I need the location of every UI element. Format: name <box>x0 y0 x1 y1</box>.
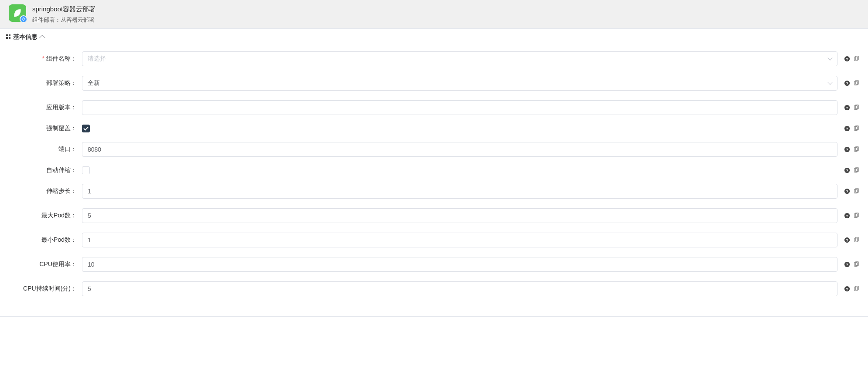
copy-icon[interactable] <box>853 213 859 219</box>
header-text: springboot容器云部署 组件部署：从容器云部署 <box>32 4 95 24</box>
row-cpu-duration: CPU持续时间(分)： ? <box>9 281 859 296</box>
svg-rect-3 <box>9 37 10 39</box>
checkbox-auto-scale[interactable] <box>82 166 90 174</box>
row-port: 端口： ? <box>9 142 859 157</box>
label-max-pod: 最大Pod数： <box>9 212 82 220</box>
label-cpu-duration: CPU持续时间(分)： <box>9 285 82 293</box>
copy-icon[interactable] <box>853 237 859 244</box>
copy-icon[interactable] <box>853 261 859 268</box>
help-icon[interactable]: ? <box>844 237 850 244</box>
chevron-down-icon <box>827 55 832 60</box>
input-scale-step-wrapper <box>82 184 837 199</box>
row-auto-scale: 自动伸缩： ? <box>9 166 859 174</box>
input-cpu-usage-wrapper <box>82 257 837 272</box>
help-icon[interactable]: ? <box>844 146 850 153</box>
help-icon[interactable]: ? <box>844 188 850 195</box>
grip-icon <box>6 34 10 40</box>
help-icon[interactable]: ? <box>844 167 850 174</box>
row-force-override: 强制覆盖： ? <box>9 125 859 132</box>
svg-text:?: ? <box>846 57 848 61</box>
label-force-override: 强制覆盖： <box>9 125 82 132</box>
svg-text:?: ? <box>846 213 848 218</box>
svg-text:?: ? <box>846 238 848 243</box>
copy-icon[interactable] <box>853 105 859 111</box>
label-app-version: 应用版本： <box>9 104 82 112</box>
input-min-pod-wrapper <box>82 233 837 247</box>
header-title: springboot容器云部署 <box>32 5 95 14</box>
basic-info-section: 基本信息 *组件名称： 请选择 ? 部署策略： <box>0 28 868 317</box>
row-max-pod: 最大Pod数： ? <box>9 208 859 223</box>
label-auto-scale: 自动伸缩： <box>9 166 82 174</box>
input-max-pod-wrapper <box>82 208 837 223</box>
checkbox-force-override[interactable] <box>82 125 90 132</box>
input-port[interactable] <box>88 142 832 156</box>
select-component-name[interactable]: 请选择 <box>82 51 837 66</box>
select-component-name-placeholder: 请选择 <box>88 55 106 63</box>
input-min-pod[interactable] <box>88 233 832 247</box>
svg-text:?: ? <box>846 287 848 291</box>
help-icon[interactable]: ? <box>844 261 850 268</box>
row-component-name: *组件名称： 请选择 ? <box>9 51 859 66</box>
form-body: *组件名称： 请选择 ? 部署策略： 全新 <box>0 45 868 316</box>
row-min-pod: 最小Pod数： ? <box>9 233 859 247</box>
input-cpu-usage[interactable] <box>88 257 832 271</box>
svg-text:?: ? <box>846 168 848 173</box>
svg-text:?: ? <box>846 147 848 152</box>
input-port-wrapper <box>82 142 837 157</box>
chevron-down-icon <box>827 80 832 85</box>
header-subtitle: 组件部署：从容器云部署 <box>32 16 95 24</box>
label-deploy-strategy: 部署策略： <box>9 79 82 87</box>
refresh-badge-icon <box>20 15 27 23</box>
input-scale-step[interactable] <box>88 184 832 198</box>
copy-icon[interactable] <box>853 56 859 62</box>
app-icon <box>9 4 26 22</box>
label-port: 端口： <box>9 145 82 153</box>
section-header[interactable]: 基本信息 <box>0 29 868 45</box>
help-icon[interactable]: ? <box>844 80 850 87</box>
input-max-pod[interactable] <box>88 209 832 223</box>
help-icon[interactable]: ? <box>844 286 850 292</box>
help-icon[interactable]: ? <box>844 213 850 219</box>
row-cpu-usage: CPU使用率： ? <box>9 257 859 272</box>
svg-text:?: ? <box>846 81 848 86</box>
help-icon[interactable]: ? <box>844 125 850 132</box>
help-icon[interactable]: ? <box>844 56 850 62</box>
help-icon[interactable]: ? <box>844 105 850 111</box>
input-cpu-duration[interactable] <box>88 282 832 296</box>
svg-text:?: ? <box>846 189 848 194</box>
label-min-pod: 最小Pod数： <box>9 236 82 244</box>
select-deploy-strategy[interactable]: 全新 <box>82 76 837 91</box>
copy-icon[interactable] <box>853 80 859 87</box>
page-header: springboot容器云部署 组件部署：从容器云部署 <box>0 0 868 28</box>
copy-icon[interactable] <box>853 146 859 153</box>
label-component-name: *组件名称： <box>9 55 82 63</box>
input-cpu-duration-wrapper <box>82 281 837 296</box>
copy-icon[interactable] <box>853 125 859 132</box>
svg-rect-0 <box>6 34 8 36</box>
row-deploy-strategy: 部署策略： 全新 ? <box>9 76 859 91</box>
label-scale-step: 伸缩步长： <box>9 187 82 195</box>
row-scale-step: 伸缩步长： ? <box>9 184 859 199</box>
svg-text:?: ? <box>846 262 848 267</box>
section-title: 基本信息 <box>13 33 37 41</box>
chevron-up-icon <box>39 35 45 41</box>
svg-rect-1 <box>9 34 10 36</box>
label-cpu-usage: CPU使用率： <box>9 260 82 268</box>
svg-text:?: ? <box>846 105 848 110</box>
input-app-version[interactable] <box>88 101 832 115</box>
input-app-version-wrapper <box>82 100 837 115</box>
row-app-version: 应用版本： ? <box>9 100 859 115</box>
copy-icon[interactable] <box>853 167 859 174</box>
copy-icon[interactable] <box>853 188 859 195</box>
copy-icon[interactable] <box>853 286 859 292</box>
svg-rect-2 <box>6 37 8 39</box>
select-deploy-strategy-value: 全新 <box>88 79 100 87</box>
svg-text:?: ? <box>846 126 848 131</box>
